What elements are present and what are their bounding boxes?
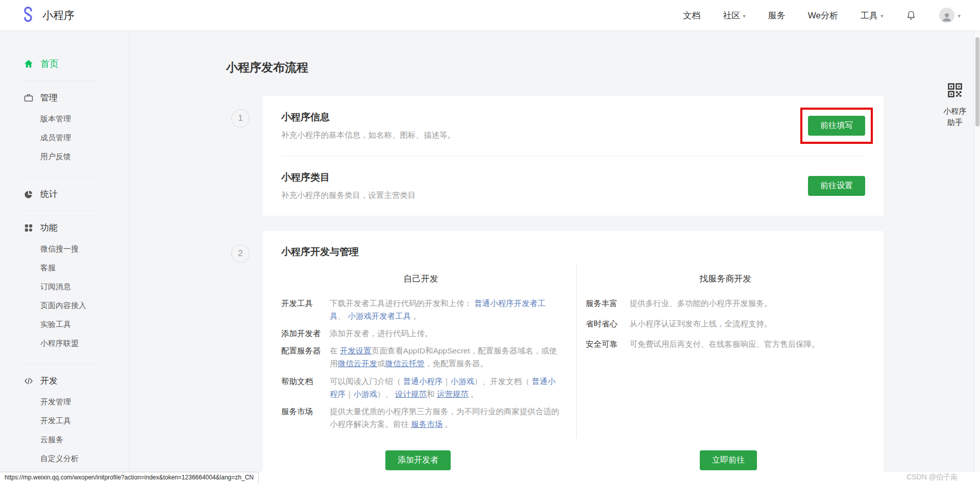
- step-2: 2 小程序开发与管理 自己开发 开发工具 下载开发者工具进行代码的开发和上传： …: [226, 231, 960, 483]
- miniprogram-logo[interactable]: 小程序: [19, 6, 75, 25]
- inline-link[interactable]: 小游戏: [451, 377, 475, 386]
- sidebar-subitem-custom-analysis[interactable]: 自定义分析: [40, 449, 129, 468]
- top-nav-menu: 文档 社区 ▾ 服务 We分析 工具 ▾: [683, 8, 961, 23]
- sidebar-home-label: 首页: [40, 58, 59, 70]
- sidebar-section-develop: 开发 开发管理 开发工具 云服务 自定义分析: [23, 375, 129, 468]
- sidebar-subitem-dev-manage[interactable]: 开发管理: [40, 393, 129, 412]
- chevron-down-icon: ▾: [958, 13, 961, 19]
- logo-text: 小程序: [42, 8, 75, 22]
- sidebar-subitem-cloud-service[interactable]: 云服务: [40, 430, 129, 449]
- pie-chart-icon: [23, 189, 34, 199]
- home-icon: [23, 59, 34, 69]
- assistant-label-line2: 助手: [939, 117, 971, 128]
- miniprogram-info-row: 小程序信息 补充小程序的基本信息，如名称、图标、描述等。 前往填写: [263, 96, 884, 156]
- dev-row-help-docs: 帮助文档 可以阅读入门介绍（ 普通小程序｜小游戏）、开发文档（ 普通小程序｜小游…: [281, 375, 561, 400]
- divider: [23, 81, 99, 81]
- dev-manage-title: 小程序开发与管理: [263, 245, 884, 259]
- row-desc: 补充小程序的基本信息，如名称、图标、描述等。: [281, 130, 808, 141]
- step-1-card: 小程序信息 补充小程序的基本信息，如名称、图标、描述等。 前往填写 小程序类目 …: [263, 96, 884, 216]
- sidebar-subitem-members[interactable]: 成员管理: [40, 129, 129, 147]
- top-navbar: 小程序 文档 社区 ▾ 服务 We分析 工具 ▾: [0, 0, 980, 31]
- chevron-down-icon: ▾: [880, 13, 884, 19]
- avatar: [939, 8, 954, 23]
- step-2-number: 2: [231, 244, 250, 263]
- sidebar-subitem-page-content[interactable]: 页面内容接入: [40, 296, 129, 315]
- inline-link[interactable]: 小游戏: [353, 390, 377, 398]
- vendor-row-time-saving: 省时省心 从小程序认证到发布上线，全流程支持。: [586, 317, 866, 330]
- chevron-down-icon: ▾: [743, 13, 746, 19]
- assistant-label-line1: 小程序: [939, 106, 971, 117]
- vendor-row-rich-services: 服务丰富 提供多行业、多功能的小程序开发服务。: [586, 297, 866, 310]
- row-desc: 补充小程序的服务类目，设置主营类目: [281, 190, 808, 201]
- nav-tools[interactable]: 工具 ▾: [861, 10, 884, 21]
- sidebar-item-develop[interactable]: 开发: [23, 375, 129, 387]
- account-menu[interactable]: ▾: [939, 8, 961, 23]
- briefcase-icon: [23, 93, 34, 103]
- go-now-button[interactable]: 立即前往: [700, 450, 757, 470]
- divider: [23, 211, 99, 211]
- vendor-develop-heading: 找服务商开发: [586, 273, 866, 285]
- sidebar-subitem-feedback[interactable]: 用户反馈: [40, 147, 129, 166]
- inline-link[interactable]: 服务市场: [411, 420, 443, 428]
- inline-link[interactable]: 小游戏开发者工具: [348, 312, 411, 320]
- row-title: 小程序类目: [281, 171, 808, 184]
- fill-info-button[interactable]: 前往填写: [808, 116, 865, 136]
- row-title: 小程序信息: [281, 111, 808, 124]
- grid-icon: [23, 223, 34, 233]
- inline-link[interactable]: 运营规范: [437, 390, 469, 398]
- step-1-number: 1: [231, 109, 250, 128]
- nav-we-analysis[interactable]: We分析: [808, 10, 838, 21]
- inline-link[interactable]: 微信云开发: [338, 359, 378, 368]
- code-icon: [23, 376, 34, 386]
- browser-status-url: https://mp.weixin.qq.com/wxopen/initprof…: [0, 472, 259, 483]
- sidebar-item-home[interactable]: 首页: [23, 58, 129, 70]
- self-develop-column: 自己开发 开发工具 下载开发者工具进行代码的开发和上传： 普通小程序开发者工具、…: [263, 264, 576, 438]
- inline-link[interactable]: 普通小程序: [403, 377, 443, 386]
- inline-link[interactable]: 微信云托管: [385, 359, 425, 368]
- set-category-button[interactable]: 前往设置: [808, 176, 865, 196]
- nav-services[interactable]: 服务: [768, 10, 786, 21]
- sidebar-subitem-search[interactable]: 微信搜一搜: [40, 240, 129, 259]
- sidebar-subitem-customer-service[interactable]: 客服: [40, 259, 129, 277]
- dev-row-tools: 开发工具 下载开发者工具进行代码的开发和上传： 普通小程序开发者工具、 小游戏开…: [281, 297, 561, 322]
- dev-row-add-developer: 添加开发者 添加开发者，进行代码上传。: [281, 327, 561, 340]
- notification-bell-icon[interactable]: [905, 10, 917, 21]
- nav-docs[interactable]: 文档: [683, 10, 700, 21]
- divider: [23, 177, 99, 177]
- add-developer-button[interactable]: 添加开发者: [385, 450, 451, 470]
- divider: [23, 364, 99, 364]
- self-develop-heading: 自己开发: [281, 273, 561, 285]
- page-title: 小程序发布流程: [226, 60, 960, 75]
- sidebar-subitem-version[interactable]: 版本管理: [40, 110, 129, 129]
- vertical-scrollbar[interactable]: [974, 31, 980, 472]
- sidebar-section-features: 功能 微信搜一搜 客服 订阅消息 页面内容接入 实验工具 小程序联盟: [23, 222, 129, 353]
- miniprogram-category-row: 小程序类目 补充小程序的服务类目，设置主营类目 前往设置: [263, 156, 884, 216]
- step-1: 1 小程序信息 补充小程序的基本信息，如名称、图标、描述等。 前往填写 小程序类…: [226, 96, 960, 216]
- sidebar: 首页 管理 版本管理 成员管理 用户反馈 统计: [0, 31, 129, 472]
- sidebar-subitem-dev-tools[interactable]: 开发工具: [40, 412, 129, 430]
- nav-community[interactable]: 社区 ▾: [723, 10, 746, 21]
- dev-row-service-market: 服务市场 提供大量优质的小程序第三方服务，为不同行业的商家提供合适的小程序解决方…: [281, 405, 561, 430]
- vendor-row-reliable: 安全可靠 可免费试用后再支付、在线客服响应、官方售后保障。: [586, 338, 866, 350]
- sidebar-subitem-lab-tools[interactable]: 实验工具: [40, 315, 129, 334]
- qr-code-icon: [947, 95, 963, 104]
- sidebar-subitem-alliance[interactable]: 小程序联盟: [40, 334, 129, 353]
- step-2-card: 小程序开发与管理 自己开发 开发工具 下载开发者工具进行代码的开发和上传： 普通…: [263, 231, 884, 483]
- sidebar-subitem-subscribe-message[interactable]: 订阅消息: [40, 277, 129, 296]
- sidebar-item-features[interactable]: 功能: [23, 222, 129, 234]
- sidebar-item-stats[interactable]: 统计: [23, 188, 129, 200]
- main-content: 小程序发布流程 1 小程序信息 补充小程序的基本信息，如名称、图标、描述等。 前…: [129, 31, 960, 472]
- watermark: CSDN @伯子南: [906, 473, 958, 482]
- vendor-develop-column: 找服务商开发 服务丰富 提供多行业、多功能的小程序开发服务。 省时省心 从小程序…: [576, 264, 884, 438]
- inline-link[interactable]: 设计规范: [395, 390, 427, 398]
- sidebar-item-manage[interactable]: 管理: [23, 92, 129, 104]
- miniprogram-assistant-widget[interactable]: 小程序 助手: [939, 83, 971, 128]
- miniprogram-logo-icon: [19, 6, 37, 25]
- dev-row-server-config: 配置服务器 在 开发设置页面查看AppID和AppSecret，配置服务器域名，…: [281, 344, 561, 370]
- sidebar-section-manage: 管理 版本管理 成员管理 用户反馈: [23, 92, 129, 166]
- scrollbar-thumb[interactable]: [975, 37, 979, 126]
- inline-link[interactable]: 开发设置: [340, 346, 372, 355]
